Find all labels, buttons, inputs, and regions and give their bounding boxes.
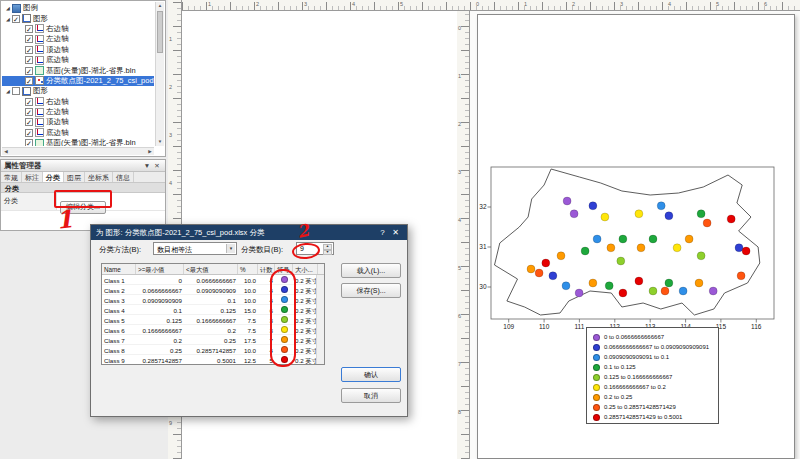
checkbox[interactable]: ✓ xyxy=(25,67,33,75)
data-point xyxy=(665,279,673,287)
class-min: 0.0666666667 xyxy=(136,285,184,294)
scroll-thumb[interactable] xyxy=(157,11,163,53)
data-point xyxy=(605,282,613,290)
tree-item[interactable]: ✓底边轴 xyxy=(2,55,154,65)
scroll-left-icon[interactable]: ◀ xyxy=(2,148,10,156)
tree-item[interactable]: ◢图形 xyxy=(2,86,154,96)
help-icon[interactable]: ? xyxy=(376,228,389,237)
class-name: Class 9 xyxy=(102,355,136,364)
checkbox[interactable]: ✓ xyxy=(25,129,33,137)
table-row[interactable]: Class 90.28571428570.500112.550.2 英寸 xyxy=(102,355,316,364)
save-button[interactable]: 保存(S)... xyxy=(341,283,401,298)
column-header[interactable]: 计数 xyxy=(258,264,275,274)
checkbox[interactable]: ✓ xyxy=(25,46,33,54)
class-count-spinner[interactable]: 9 ▲ ▼ xyxy=(296,242,334,255)
data-point xyxy=(635,277,643,285)
class-min: 0.1 xyxy=(136,305,184,314)
tree-item-label: 左边轴 xyxy=(46,107,69,117)
tree-item[interactable]: ✓左边轴 xyxy=(2,34,154,44)
column-header[interactable]: Name xyxy=(102,264,136,274)
symbol-swatch[interactable] xyxy=(281,356,288,363)
tree-item[interactable]: ✓右边轴 xyxy=(2,97,154,107)
tree-item[interactable]: ✓左边轴 xyxy=(2,107,154,117)
load-button[interactable]: 载入(L)... xyxy=(341,263,401,278)
tree-horizontal-scrollbar[interactable]: ◀ ▶ xyxy=(2,147,154,155)
edit-classification-button[interactable]: 编辑分类... xyxy=(60,201,106,214)
table-row[interactable]: Class 20.06666666670.090909090910.040.2 … xyxy=(102,285,316,295)
expander-icon[interactable]: ◢ xyxy=(4,16,12,22)
scroll-up-icon[interactable]: ▲ xyxy=(156,2,164,10)
pin-icon[interactable]: ▼ xyxy=(142,162,152,169)
tab-分类[interactable]: 分类 xyxy=(43,172,64,182)
chevron-down-icon[interactable]: ▾ xyxy=(226,244,235,253)
tree-item[interactable]: ✓顶边轴 xyxy=(2,117,154,127)
tree-item[interactable]: ✓顶边轴 xyxy=(2,45,154,55)
column-header[interactable]: 大小... xyxy=(293,264,318,274)
class-min: 0.0909090909 xyxy=(136,295,184,304)
table-scrollbar[interactable] xyxy=(316,275,324,364)
class-percent: 17.5 xyxy=(238,335,258,344)
column-header[interactable]: >=最小值 xyxy=(136,264,184,274)
tree-item[interactable]: ◢✓图形 xyxy=(2,13,154,23)
scroll-down-icon[interactable]: ▼ xyxy=(156,138,164,146)
tab-标注[interactable]: 标注 xyxy=(22,172,43,182)
tree-item[interactable]: ◢图例 xyxy=(2,3,154,13)
checkbox[interactable]: ✓ xyxy=(25,77,33,85)
tree-item[interactable]: ✓底边轴 xyxy=(2,128,154,138)
map-plot[interactable]: 109110111112113114115116303132 xyxy=(478,155,796,355)
symbol-swatch[interactable] xyxy=(281,296,288,303)
checkbox[interactable]: ✓ xyxy=(25,118,33,126)
tree-item[interactable]: ✓右边轴 xyxy=(2,24,154,34)
dialog-titlebar[interactable]: 为 图形: 分类散点图-2021_2_75_csi_pod.xlsx 分类 ? … xyxy=(91,225,407,240)
expander-icon[interactable]: ◢ xyxy=(4,88,12,94)
checkbox[interactable] xyxy=(12,87,20,95)
symbol-swatch[interactable] xyxy=(281,346,288,353)
table-row[interactable]: Class 80.250.285714285710.040.2 英寸 xyxy=(102,345,316,355)
checkbox[interactable]: ✓ xyxy=(25,25,33,33)
table-row[interactable]: Class 50.1250.16666666677.530.2 英寸 xyxy=(102,315,316,325)
table-row[interactable]: Class 70.20.2517.570.2 英寸 xyxy=(102,335,316,345)
checkbox[interactable]: ✓ xyxy=(12,15,20,23)
class-symbol-cell xyxy=(275,275,293,284)
tab-坐标系[interactable]: 坐标系 xyxy=(85,172,113,182)
symbol-swatch[interactable] xyxy=(281,306,288,313)
close-icon[interactable]: ✕ xyxy=(389,228,402,237)
scroll-right-icon[interactable]: ▶ xyxy=(146,148,154,156)
symbol-swatch[interactable] xyxy=(281,336,288,343)
classification-section-header[interactable]: 分类 xyxy=(1,183,165,193)
tree-item[interactable]: ✓分类散点图-2021_2_75_csi_pod.xlsx xyxy=(2,76,154,86)
table-row[interactable]: Class 100.066666666710.040.2 英寸 xyxy=(102,275,316,285)
ok-button[interactable]: 确认 xyxy=(341,367,401,382)
checkbox[interactable]: ✓ xyxy=(25,139,33,146)
expander-icon[interactable]: ◢ xyxy=(4,5,12,11)
tab-常规[interactable]: 常规 xyxy=(1,172,22,182)
checkbox[interactable]: ✓ xyxy=(25,108,33,116)
spin-down-icon[interactable]: ▼ xyxy=(323,250,332,256)
symbol-swatch[interactable] xyxy=(281,326,288,333)
data-point xyxy=(665,212,673,220)
symbol-swatch[interactable] xyxy=(281,286,288,293)
map-legend[interactable]: 0 to 0.06666666666670.0666666666667 to 0… xyxy=(586,327,719,424)
tree-item[interactable]: ✓基面(矢量)图-湖北-省界.bln xyxy=(2,138,154,146)
tab-信息[interactable]: 信息 xyxy=(113,172,134,182)
tree-vertical-scrollbar[interactable]: ▲ ▼ xyxy=(155,2,164,146)
cancel-button[interactable]: 取消 xyxy=(341,388,401,403)
classification-method-select[interactable]: 数目相等法 ▾ xyxy=(153,242,237,255)
column-header[interactable]: % xyxy=(238,264,258,274)
x-tick-label: 116 xyxy=(751,323,762,330)
tree-item[interactable]: ✓基面(矢量)图-湖北-省界.bln xyxy=(2,65,154,75)
table-row[interactable]: Class 30.09090909090.110.040.2 英寸 xyxy=(102,295,316,305)
table-row[interactable]: Class 40.10.12515.060.2 英寸 xyxy=(102,305,316,315)
checkbox[interactable]: ✓ xyxy=(25,35,33,43)
column-header[interactable]: 符号... xyxy=(275,264,293,274)
symbol-swatch[interactable] xyxy=(281,276,288,283)
symbol-swatch[interactable] xyxy=(281,316,288,323)
legend-entry: 0.0909090909091 to 0.1 xyxy=(593,352,718,362)
checkbox[interactable]: ✓ xyxy=(25,56,33,64)
table-row[interactable]: Class 60.16666666670.27.530.2 英寸 xyxy=(102,325,316,335)
close-icon[interactable]: ✕ xyxy=(152,162,162,170)
column-header[interactable]: <最大值 xyxy=(184,264,238,274)
checkbox[interactable]: ✓ xyxy=(25,98,33,106)
data-point xyxy=(703,219,711,227)
tab-图层[interactable]: 图层 xyxy=(64,172,85,182)
